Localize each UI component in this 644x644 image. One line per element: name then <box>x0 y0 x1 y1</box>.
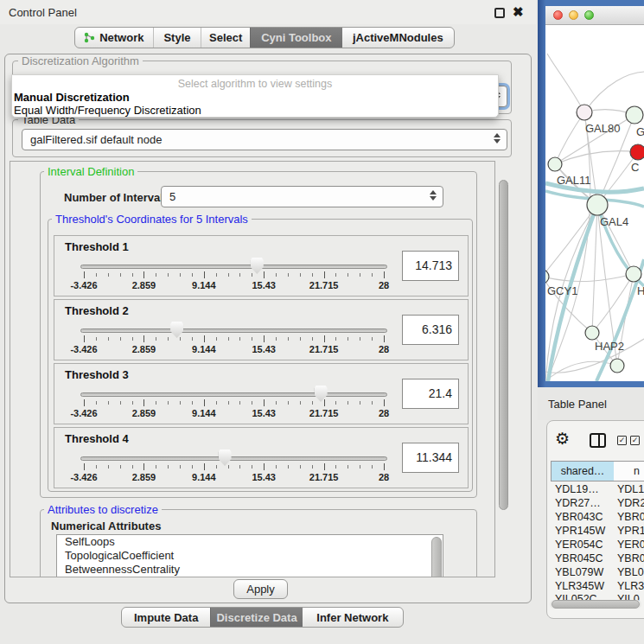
settings-viewport: Interval Definition Number of Intervals … <box>10 161 495 577</box>
node-label: HAP2 <box>595 340 624 353</box>
scrollbar-thumb[interactable] <box>552 600 640 609</box>
minimize-traffic-light-icon[interactable] <box>569 10 578 20</box>
slider-tick-labels: -3.426 2.859 9.144 15.43 21.715 28 <box>84 344 384 355</box>
slider-ticks <box>84 271 385 278</box>
threshold-2-panel: Threshold 2 -3.426 2.859 9.144 15.43 21.… <box>54 299 469 360</box>
node-red-selected[interactable] <box>630 144 644 160</box>
checkbox-icon[interactable]: ✓ <box>630 436 640 445</box>
split-view-icon[interactable] <box>590 433 606 448</box>
threshold-2-value-field[interactable]: 6.316 <box>402 315 459 345</box>
table-panel-title: Table Panel <box>548 398 607 411</box>
threshold-1-value-field[interactable]: 14.713 <box>402 251 459 281</box>
column-header-shared-name[interactable]: shared… <box>551 461 615 481</box>
gear-icon[interactable]: ⚙ <box>555 430 570 447</box>
interval-definition-group: Interval Definition Number of Intervals … <box>40 171 477 498</box>
table-data-combobox[interactable]: galFiltered.sif default node <box>22 129 507 150</box>
node-bottom[interactable] <box>610 359 624 373</box>
algorithm-dropdown-popup: Select algorithm to view settings Manual… <box>11 74 499 118</box>
threshold-3-panel: Threshold 3 -3.426 2.859 9.144 15.43 21.… <box>54 363 469 424</box>
list-scrollbar-thumb[interactable] <box>431 537 442 577</box>
slider-tick-labels: -3.426 2.859 9.144 15.43 21.715 28 <box>84 408 384 419</box>
tab-impute-data[interactable]: Impute Data <box>122 608 210 627</box>
popup-placeholder-item: Select algorithm to view settings <box>12 78 498 90</box>
list-item[interactable]: BetweennessCentrality <box>57 563 443 577</box>
tab-network[interactable]: Network <box>75 28 153 48</box>
list-item[interactable]: SelfLoops <box>57 535 443 549</box>
threshold-coordinates-group: Threshold's Coordinates for 5 Intervals … <box>48 219 473 492</box>
control-panel-titlebar: Control Panel ✖ <box>0 0 536 24</box>
node-label: C <box>631 161 639 174</box>
table-row[interactable]: YLR345WYLR3 <box>551 579 644 593</box>
slider-ticks <box>84 463 385 470</box>
node-gal[interactable] <box>626 106 643 124</box>
slider-track[interactable] <box>80 392 387 397</box>
table-data-group: Table Data galFiltered.sif default node <box>12 119 512 157</box>
node-gcy1[interactable] <box>545 270 549 284</box>
number-of-intervals-label: Number of Intervals <box>64 191 169 204</box>
table-row[interactable]: YBR045CYBR0 <box>551 552 644 565</box>
menu-item-equal-width-frequency[interactable]: Equal Width/Frequency Discretization <box>14 104 201 117</box>
node-label: GAL4 <box>600 215 628 228</box>
node-label: GAL80 <box>585 122 620 135</box>
node-h[interactable] <box>626 266 641 282</box>
tab-discretize-data[interactable]: Discretize Data <box>210 608 302 627</box>
spinner-icon <box>430 190 437 201</box>
close-icon[interactable]: ✖ <box>513 4 524 20</box>
slider-ticks <box>84 399 385 406</box>
node-gal80[interactable] <box>577 105 592 120</box>
slider-track[interactable] <box>80 328 387 333</box>
tab-cyni-toolbox[interactable]: Cyni Toolbox <box>250 28 342 48</box>
slider-track[interactable] <box>80 456 387 461</box>
settings-scrollbar-thumb[interactable] <box>499 180 508 510</box>
node-label: GAL11 <box>557 174 591 187</box>
node-gal4[interactable] <box>587 194 608 215</box>
tab-select[interactable]: Select <box>201 28 250 48</box>
apply-button[interactable]: Apply <box>233 579 288 599</box>
slider-tick-labels: -3.426 2.859 9.144 15.43 21.715 28 <box>84 280 384 291</box>
panel-title: Control Panel <box>9 6 77 19</box>
threshold-4-value-field[interactable]: 11.344 <box>402 443 459 473</box>
threshold-1-panel: Threshold 1 -3.426 2.859 9.144 15.43 21.… <box>54 235 469 296</box>
number-of-intervals-combobox[interactable]: 5 <box>161 186 443 207</box>
cyni-mode-tabs: Impute Data Discretize Data Infer Networ… <box>121 607 404 628</box>
checkbox-icon[interactable]: ✓ <box>617 436 627 445</box>
spinner-icon <box>494 133 501 143</box>
node-label: H <box>637 284 644 297</box>
slider-ticks <box>84 335 385 342</box>
network-canvas[interactable]: GAL80 GAL C GAL11 GAL4 GCY1 H HAP2 <box>545 25 644 381</box>
tab-style[interactable]: Style <box>153 28 201 48</box>
float-window-icon[interactable] <box>494 8 505 18</box>
table-row[interactable]: YER054CYER0 <box>551 538 644 552</box>
tab-infer-network[interactable]: Infer Network <box>303 608 403 627</box>
column-header-name[interactable]: n <box>614 461 644 481</box>
table-row[interactable]: YBL079WYBL0 <box>551 565 644 579</box>
group-title: Discretization Algorithm <box>18 54 143 67</box>
network-tab-icon <box>84 32 95 43</box>
threshold-3-value-field[interactable]: 21.4 <box>402 379 459 409</box>
slider-track[interactable] <box>80 265 387 269</box>
menu-item-manual-discretization[interactable]: Manual Discretization <box>14 91 130 104</box>
node-hap2[interactable] <box>585 326 599 340</box>
tab-jactivemnodules[interactable]: jActiveMNodules <box>342 28 454 48</box>
zoom-traffic-light-icon[interactable] <box>584 10 594 20</box>
attributes-group: Attributes to discretize Numerical Attri… <box>40 509 477 577</box>
slider-tick-labels: -3.426 2.859 9.144 15.43 21.715 28 <box>84 472 384 483</box>
table-row[interactable]: YBR043CYBR0 <box>551 510 644 524</box>
node-label: GAL <box>636 125 644 138</box>
close-traffic-light-icon[interactable] <box>553 10 563 20</box>
table-row[interactable]: YDR27…YDR2 <box>551 496 644 510</box>
node-label: GCY1 <box>547 284 577 297</box>
control-panel-tabs: Network Style Select Cyni Toolbox jActiv… <box>74 27 455 48</box>
table-row[interactable]: YDL19…YDL1 <box>551 482 644 496</box>
numerical-attributes-list[interactable]: SelfLoops TopologicalCoefficient Between… <box>56 534 443 577</box>
threshold-4-panel: Threshold 4 -3.426 2.859 9.144 15.43 21.… <box>54 427 469 488</box>
table-horizontal-scrollbar[interactable] <box>550 600 641 609</box>
table-row[interactable]: YPR145WYPR1 <box>551 524 644 538</box>
numerical-attributes-label: Numerical Attributes <box>51 520 161 532</box>
node-gal11[interactable] <box>548 157 562 171</box>
list-item[interactable]: TopologicalCoefficient <box>57 549 443 563</box>
network-window-titlebar[interactable] <box>545 6 644 25</box>
